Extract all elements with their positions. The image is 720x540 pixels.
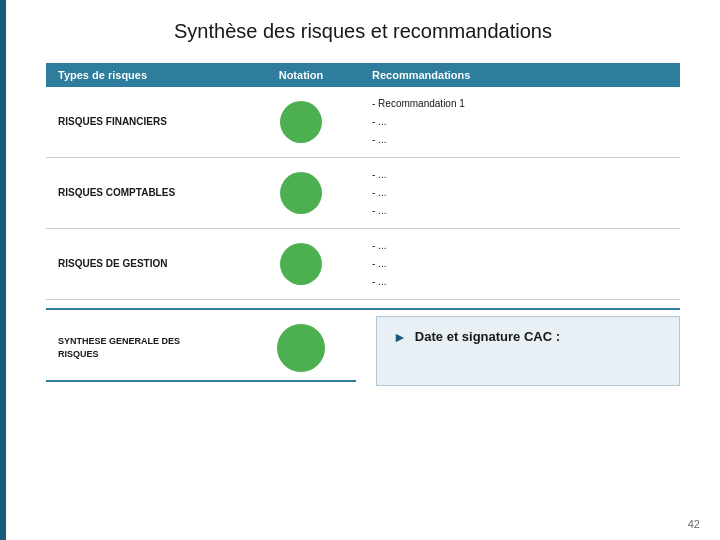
notation-financiers: [246, 101, 356, 143]
row-type-financiers: RISQUES FINANCIERS: [46, 115, 246, 129]
rec-item: - Recommandation 1: [372, 95, 680, 113]
main-table: Types de risques Notation Recommandation…: [46, 63, 680, 386]
rec-item: - ...: [372, 184, 680, 202]
circle-green-comptables: [280, 172, 322, 214]
date-signature-box: ► Date et signature CAC :: [376, 316, 680, 386]
recommandations-financiers: - Recommandation 1 - ... - ...: [356, 95, 680, 149]
header-recommandations: Recommandations: [356, 69, 680, 81]
table-row: RISQUES DE GESTION - ... - ... - ...: [46, 229, 680, 300]
date-arrow-icon: ►: [393, 329, 407, 345]
circle-green-gestion: [280, 243, 322, 285]
synthese-row: SYNTHESE GENERALE DES RISQUES: [46, 316, 356, 382]
synthese-label: SYNTHESE GENERALE DES RISQUES: [46, 335, 246, 360]
synthese-block: SYNTHESE GENERALE DES RISQUES: [46, 316, 356, 386]
table-row: RISQUES COMPTABLES - ... - ... - ...: [46, 158, 680, 229]
rec-item: - ...: [372, 255, 680, 273]
row-type-comptables: RISQUES COMPTABLES: [46, 186, 246, 200]
date-label: Date et signature CAC :: [415, 329, 560, 344]
header-notation: Notation: [246, 69, 356, 81]
rec-item: - ...: [372, 113, 680, 131]
page-title: Synthèse des risques et recommandations: [46, 20, 680, 43]
table-row: RISQUES FINANCIERS - Recommandation 1 - …: [46, 87, 680, 158]
circle-green-financiers: [280, 101, 322, 143]
rec-item: - ...: [372, 166, 680, 184]
notation-comptables: [246, 172, 356, 214]
recommandations-gestion: - ... - ... - ...: [356, 237, 680, 291]
rec-item: - ...: [372, 237, 680, 255]
bottom-section: SYNTHESE GENERALE DES RISQUES ► Date et …: [46, 308, 680, 386]
page-number: 42: [688, 518, 700, 530]
rec-item: - ...: [372, 273, 680, 291]
page: Synthèse des risques et recommandations …: [0, 0, 720, 540]
rec-item: - ...: [372, 131, 680, 149]
row-type-gestion: RISQUES DE GESTION: [46, 257, 246, 271]
synthese-notation: [246, 324, 356, 372]
rec-item: - ...: [372, 202, 680, 220]
recommandations-comptables: - ... - ... - ...: [356, 166, 680, 220]
table-header: Types de risques Notation Recommandation…: [46, 63, 680, 87]
circle-green-synthese: [277, 324, 325, 372]
notation-gestion: [246, 243, 356, 285]
header-type: Types de risques: [46, 69, 246, 81]
